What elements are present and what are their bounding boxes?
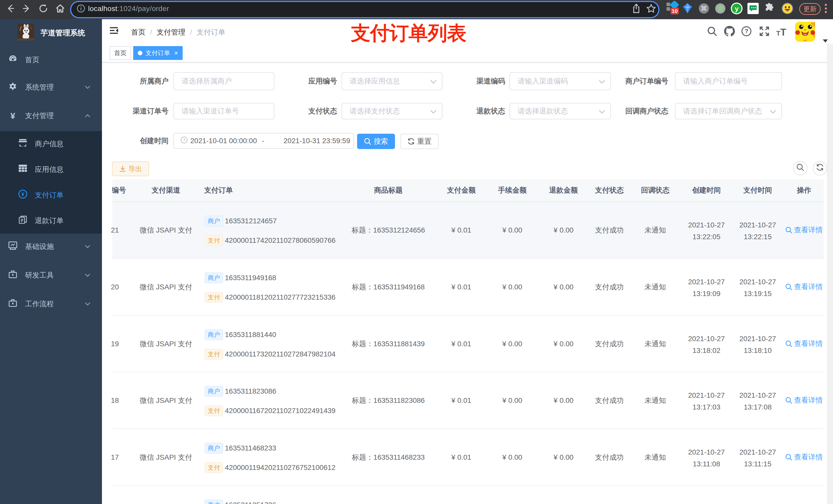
svg-text:⌘: ⌘ (700, 5, 707, 12)
svg-text:?: ? (745, 28, 748, 34)
svg-text:¥: ¥ (21, 192, 24, 197)
svg-text:y: y (735, 5, 739, 13)
svg-text:10: 10 (672, 8, 677, 14)
